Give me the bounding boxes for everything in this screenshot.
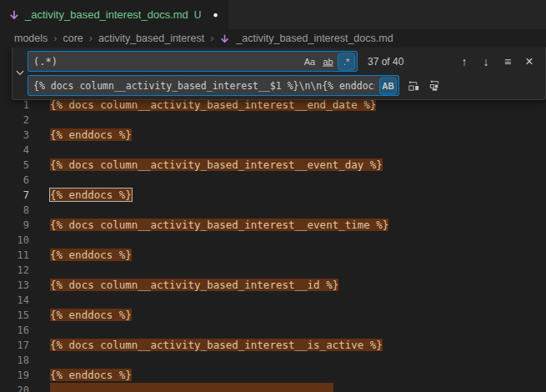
line-number: 4 xyxy=(0,143,29,158)
find-match-highlight: {% enddocs %} xyxy=(50,309,132,321)
line-content xyxy=(29,113,50,128)
breadcrumb-separator: › xyxy=(89,33,93,44)
line-number: 17 xyxy=(0,338,29,353)
line-number: 13 xyxy=(0,278,29,293)
replace-input[interactable] xyxy=(28,80,398,92)
code-line[interactable]: 13{% docs column__activity_based_interes… xyxy=(0,278,546,293)
find-match-highlight: {% docs column__activity_based_interest_… xyxy=(50,219,388,231)
line-number: 12 xyxy=(0,263,29,278)
find-options: Aa ab .* xyxy=(302,53,354,69)
code-line[interactable]: 5{% docs column__activity_based_interest… xyxy=(0,158,546,173)
line-content xyxy=(29,383,333,392)
line-content xyxy=(29,143,50,158)
line-content xyxy=(29,323,50,338)
find-match-highlight: {% enddocs %} xyxy=(50,369,132,381)
find-match-highlight: {% enddocs %} xyxy=(50,188,132,201)
code-line[interactable]: 20 xyxy=(0,383,546,392)
line-number: 10 xyxy=(0,233,29,248)
line-content: {% enddocs %} xyxy=(29,368,132,383)
line-number: 11 xyxy=(0,248,29,263)
line-number: 16 xyxy=(0,323,29,338)
line-number: 6 xyxy=(0,173,29,188)
preserve-case-button[interactable]: AB xyxy=(380,78,396,93)
line-content xyxy=(29,233,50,248)
code-line[interactable]: 4 xyxy=(0,143,546,158)
code-line[interactable]: 16 xyxy=(0,323,546,338)
code-line[interactable]: 6 xyxy=(0,173,546,188)
editor[interactable]: Aa ab .* 37 of 40 ↑ ↓ ≡ × xyxy=(0,48,546,392)
regex-button[interactable]: .* xyxy=(338,53,354,69)
find-in-selection-button[interactable]: ≡ xyxy=(498,53,517,71)
code-line[interactable]: 15{% enddocs %} xyxy=(0,308,546,323)
code-line[interactable]: 11{% enddocs %} xyxy=(0,248,546,263)
replace-actions xyxy=(404,77,444,95)
code-line[interactable]: 12 xyxy=(0,263,546,278)
breadcrumb-separator: › xyxy=(210,33,213,44)
code-area[interactable]: 1{% docs column__activity_based_interest… xyxy=(0,98,546,392)
line-number: 7 xyxy=(0,188,29,203)
replace-all-button[interactable] xyxy=(426,77,444,95)
line-content: {% enddocs %} xyxy=(29,188,132,203)
find-match-highlight: {% docs column__activity_based_interest_… xyxy=(50,98,376,111)
breadcrumb-separator: › xyxy=(53,33,57,44)
line-number: 14 xyxy=(0,293,29,308)
line-content: {% enddocs %} xyxy=(29,308,132,323)
breadcrumb-item[interactable]: core xyxy=(63,33,83,44)
tab-activity-docs[interactable]: _activity_based_interest_docs.md U ● xyxy=(0,0,228,29)
code-line[interactable]: 9{% docs column__activity_based_interest… xyxy=(0,218,546,233)
line-number: 20 xyxy=(0,383,29,392)
find-widget: Aa ab .* 37 of 40 ↑ ↓ ≡ × xyxy=(12,48,546,100)
find-match-highlight: {% docs column__activity_based_interest_… xyxy=(50,279,338,291)
chevron-down-icon xyxy=(15,66,25,81)
line-number: 2 xyxy=(0,113,29,128)
previous-match-button[interactable]: ↑ xyxy=(455,53,473,71)
find-input-box: Aa ab .* xyxy=(28,51,358,72)
line-content xyxy=(29,353,50,368)
line-content xyxy=(29,173,50,188)
breadcrumb-item[interactable]: _activity_based_interest_docs.md xyxy=(236,33,393,44)
code-line[interactable]: 19{% enddocs %} xyxy=(0,368,546,383)
line-content: {% docs column__activity_based_interest_… xyxy=(29,158,383,173)
line-content: {% docs column__activity_based_interest_… xyxy=(29,278,338,293)
line-content xyxy=(29,263,50,278)
whole-word-button[interactable]: ab xyxy=(320,53,336,69)
find-match-highlight xyxy=(50,383,333,392)
vscode-window: _activity_based_interest_docs.md U ● mod… xyxy=(0,0,546,392)
line-content: {% enddocs %} xyxy=(29,248,132,263)
git-status-badge: U xyxy=(194,9,202,21)
line-content xyxy=(29,293,50,308)
next-match-button[interactable]: ↓ xyxy=(477,53,495,71)
line-content: {% enddocs %} xyxy=(29,128,132,143)
code-line[interactable]: 8 xyxy=(0,203,546,218)
code-line[interactable]: 14 xyxy=(0,293,546,308)
toggle-replace-button[interactable] xyxy=(13,51,28,96)
line-content: {% docs column__activity_based_interest_… xyxy=(29,338,383,353)
line-content: {% docs column__activity_based_interest_… xyxy=(29,218,388,233)
find-match-highlight: {% enddocs %} xyxy=(50,249,132,261)
unsaved-dot[interactable]: ● xyxy=(213,10,218,19)
line-number: 19 xyxy=(0,368,29,383)
line-content xyxy=(29,203,50,218)
dbt-file-icon xyxy=(219,33,230,44)
line-number: 18 xyxy=(0,353,29,368)
find-results-count: 37 of 40 xyxy=(368,56,403,68)
find-nav-icons: ↑ ↓ ≡ × xyxy=(455,53,542,71)
code-line[interactable]: 10 xyxy=(0,233,546,248)
code-line[interactable]: 2 xyxy=(0,113,546,128)
code-line[interactable]: 7{% enddocs %} xyxy=(0,188,546,203)
replace-button[interactable] xyxy=(404,77,423,95)
tab-bar: _activity_based_interest_docs.md U ● xyxy=(0,0,546,29)
code-line[interactable]: 18 xyxy=(0,353,546,368)
find-match-highlight: {% docs column__activity_based_interest_… xyxy=(50,158,383,171)
code-line[interactable]: 17{% docs column__activity_based_interes… xyxy=(0,338,546,353)
code-line[interactable]: 3{% enddocs %} xyxy=(0,128,546,143)
breadcrumb-item[interactable]: activity_based_interest xyxy=(98,33,204,44)
tab-filename: _activity_based_interest_docs.md xyxy=(25,8,188,21)
match-case-button[interactable]: Aa xyxy=(302,53,318,69)
find-match-highlight: {% enddocs %} xyxy=(50,128,132,141)
line-number: 8 xyxy=(0,203,29,218)
line-number: 15 xyxy=(0,308,29,323)
breadcrumb-item[interactable]: models xyxy=(14,33,48,44)
replace-options: AB xyxy=(380,78,396,93)
close-find-button[interactable]: × xyxy=(520,53,538,71)
